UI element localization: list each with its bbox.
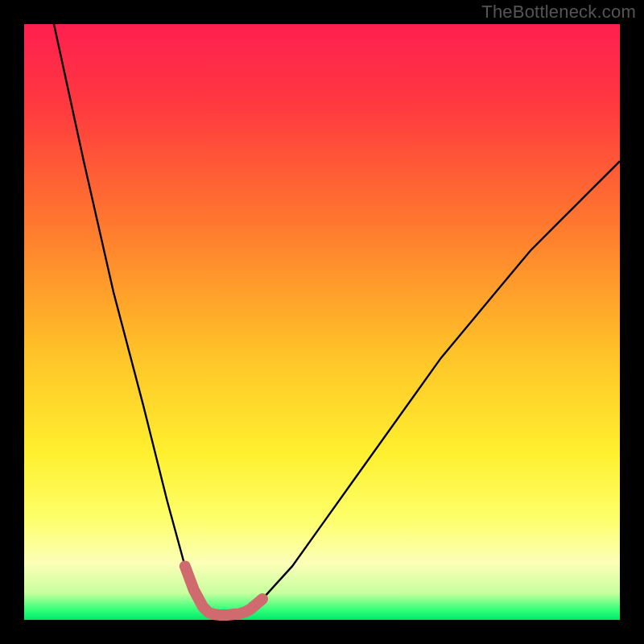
chart-stage: TheBottleneck.com bbox=[0, 0, 644, 644]
plot-background bbox=[24, 24, 620, 620]
bottleneck-chart bbox=[0, 0, 644, 644]
